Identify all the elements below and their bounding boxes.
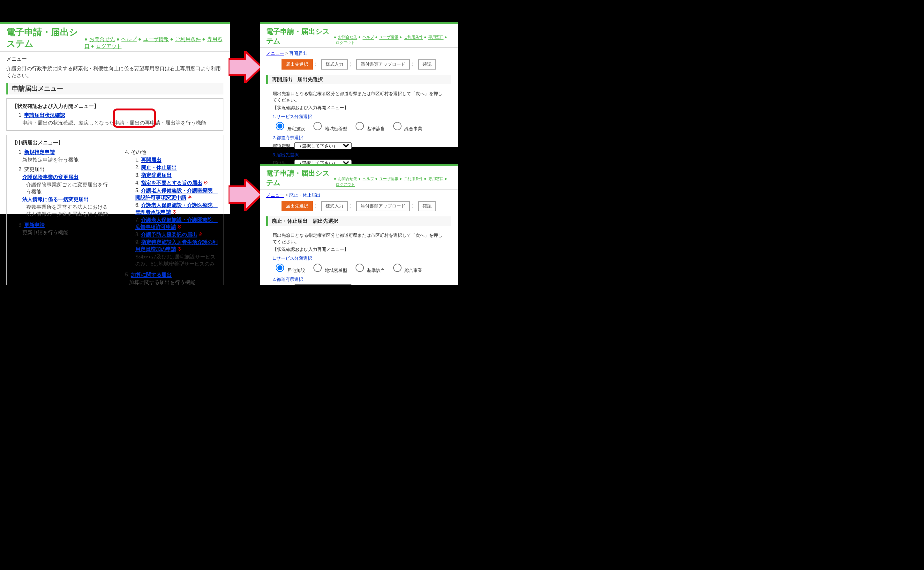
link-help[interactable]: ヘルプ bbox=[121, 37, 136, 42]
link-user[interactable]: ユーザ情報 bbox=[379, 35, 398, 39]
link-r7[interactable]: 介護老人保健施設・介護医療院 広告事項許可申請 bbox=[135, 217, 218, 230]
left-panel: 電子申請・届出システム ●お問合せ先 ●ヘルプ ●ユーザ情報 ●ご利用条件 ●専… bbox=[0, 22, 230, 214]
crumb-current: 廃止・休止届出 bbox=[289, 193, 320, 197]
radio-3[interactable]: 基準該当 bbox=[352, 268, 385, 273]
step-4: 確認 bbox=[418, 201, 436, 211]
chevron-right-icon: 〉 bbox=[349, 202, 355, 210]
crumb-current: 再開届出 bbox=[289, 51, 307, 55]
breadcrumb: メニュー > 再開届出 bbox=[260, 48, 458, 57]
link-logout[interactable]: ログアウト bbox=[336, 182, 355, 186]
breadcrumb: メニュー > 廃止・休止届出 bbox=[260, 190, 458, 199]
box-title: 【状況確認および入力再開メニュー】 bbox=[273, 247, 445, 253]
header: 電子申請・届出システム ●お問合せ先 ●ヘルプ ●ユーザ情報 ●ご利用条件 ●専… bbox=[260, 24, 458, 48]
svg-marker-1 bbox=[228, 179, 262, 211]
right-panel-discontinue: 電子申請・届出システム ●お問合せ先 ●ヘルプ ●ユーザ情報 ●ご利用条件 ●専… bbox=[260, 164, 458, 285]
chevron-right-icon: 〉 bbox=[314, 60, 320, 69]
radio-1[interactable]: 居宅施設 bbox=[273, 126, 305, 131]
arrow-top bbox=[228, 51, 262, 83]
link-renew[interactable]: 更新申請 bbox=[24, 222, 45, 228]
box1-i1-num: 1. bbox=[18, 112, 23, 118]
link-r5[interactable]: 介護老人保健施設・介護医療院 開設許可事項変更申請 bbox=[135, 188, 218, 201]
step-4: 確認 bbox=[418, 59, 436, 70]
step-1: 届出先選択 bbox=[282, 59, 313, 70]
link-window[interactable]: 専用窓口 bbox=[428, 35, 444, 39]
link-contact[interactable]: お問合せ先 bbox=[338, 177, 357, 181]
box-menu: 【申請届出メニュー】 1. 新規指定申請 新規指定申請を行う機能 2. 変更届出… bbox=[6, 135, 224, 285]
lead: 届出先窓口となる指定権者区分と都道府県または市区町村を選択して「次へ」を押してく… bbox=[273, 90, 445, 103]
link-r4[interactable]: 指定を不要とする旨の届出 bbox=[141, 180, 202, 186]
header: 電子申請・届出システム ●お問合せ先 ●ヘルプ ●ユーザ情報 ●ご利用条件 ●専… bbox=[260, 166, 458, 190]
link-change-a[interactable]: 介護保険事業の変更届出 bbox=[22, 174, 78, 180]
link-user[interactable]: ユーザ情報 bbox=[379, 177, 398, 181]
panel-title: 再開届出 届出先選択 bbox=[266, 75, 451, 84]
link-help[interactable]: ヘルプ bbox=[363, 35, 374, 39]
intro: 介護分野の行政手続に関する簡素化・利便性向上に係る要望専用窓口は右上専用窓口より… bbox=[6, 65, 224, 79]
step-bar: 届出先選択 〉 様式入力 〉 添付書類アップロード 〉 確認 bbox=[260, 57, 458, 72]
box-status: 【状況確認および入力再開メニュー】 1. 申請届出状況確認 申請・届出の状況確認… bbox=[6, 98, 224, 131]
header-links: ●お問合せ先 ●ヘルプ ●ユーザ情報 ●ご利用条件 ●専用窓口 ●ログアウト bbox=[334, 34, 451, 46]
site-title: 電子申請・届出システム bbox=[266, 27, 334, 46]
h1: 1.サービス分類選択 bbox=[273, 113, 445, 120]
radio-1[interactable]: 居宅施設 bbox=[273, 268, 305, 273]
link-contact[interactable]: お問合せ先 bbox=[89, 37, 115, 42]
box-title: 【状況確認および入力再開メニュー】 bbox=[273, 105, 445, 111]
box1-i1-desc: 申請・届出の状況確認、差戻しとなった申請・届出の再申請・届出等を行う機能 bbox=[12, 120, 218, 126]
chevron-right-icon: 〉 bbox=[411, 60, 417, 69]
header: 電子申請・届出システム ●お問合せ先 ●ヘルプ ●ユーザ情報 ●ご利用条件 ●専… bbox=[0, 24, 230, 52]
panel-title: 廃止・休止届出 届出先選択 bbox=[266, 216, 451, 226]
link-user[interactable]: ユーザ情報 bbox=[143, 37, 169, 42]
link-status-check[interactable]: 申請届出状況確認 bbox=[24, 112, 65, 118]
link-logout[interactable]: ログアウト bbox=[336, 41, 355, 45]
h3: 3.届出先選択 bbox=[273, 152, 445, 158]
link-r9[interactable]: 指定特定施設入居者生活介護の利用定員増加の申請 bbox=[135, 239, 218, 252]
radio-2[interactable]: 地域密着型 bbox=[310, 268, 347, 273]
radio-3[interactable]: 基準該当 bbox=[352, 126, 385, 131]
step-2: 様式入力 bbox=[321, 201, 348, 211]
step-3: 添付書類アップロード bbox=[356, 201, 410, 211]
box1-title: 【状況確認および入力再開メニュー】 bbox=[12, 103, 218, 110]
site-title: 電子申請・届出システム bbox=[6, 27, 84, 50]
label-change: 変更届出 bbox=[24, 167, 45, 172]
chevron-right-icon: 〉 bbox=[411, 202, 417, 210]
col-right: 4. その他 1. 再開届出 2. 廃止・休止届出 3. 指定辞退届出 4. 指… bbox=[119, 148, 218, 285]
step-2: 様式入力 bbox=[321, 59, 348, 70]
site-title: 電子申請・届出システム bbox=[266, 169, 334, 188]
chevron-right-icon: 〉 bbox=[314, 202, 320, 210]
link-terms[interactable]: ご利用条件 bbox=[175, 37, 201, 42]
link-reopen[interactable]: 再開届出 bbox=[141, 157, 161, 163]
link-decline[interactable]: 指定辞退届出 bbox=[141, 172, 172, 178]
step-bar: 届出先選択 〉 様式入力 〉 添付書類アップロード 〉 確認 bbox=[260, 199, 458, 214]
link-contact[interactable]: お問合せ先 bbox=[338, 35, 357, 39]
radio-4[interactable]: 総合事業 bbox=[390, 268, 422, 273]
step-3: 添付書類アップロード bbox=[356, 59, 410, 70]
select-pref[interactable]: （選択して下さい） bbox=[294, 142, 352, 149]
right-panel-reopen: 電子申請・届出システム ●お問合せ先 ●ヘルプ ●ユーザ情報 ●ご利用条件 ●専… bbox=[260, 22, 458, 147]
header-links: ●お問合せ先 ●ヘルプ ●ユーザ情報 ●ご利用条件 ●専用窓口 ●ログアウト bbox=[334, 176, 451, 188]
section-title: 申請届出メニュー bbox=[6, 83, 224, 95]
link-change-b[interactable]: 法人情報に係る一括変更届出 bbox=[22, 196, 89, 202]
crumb-menu[interactable]: メニュー bbox=[266, 193, 284, 197]
radio-4[interactable]: 総合事業 bbox=[390, 126, 422, 131]
label-pref: 都道府県 bbox=[273, 284, 292, 285]
link-terms[interactable]: ご利用条件 bbox=[404, 35, 423, 39]
link-help[interactable]: ヘルプ bbox=[363, 177, 374, 181]
chevron-right-icon: 〉 bbox=[349, 60, 355, 69]
radio-row: 居宅施設 地域密着型 基準該当 総合事業 bbox=[273, 120, 445, 132]
select-pref[interactable]: （選択して下さい） bbox=[294, 284, 352, 285]
link-discontinue[interactable]: 廃止・休止届出 bbox=[141, 165, 177, 170]
crumb-menu[interactable]: メニュー bbox=[266, 51, 284, 55]
link-window[interactable]: 専用窓口 bbox=[428, 177, 444, 181]
link-terms[interactable]: ご利用条件 bbox=[404, 177, 423, 181]
h2: 2.都道府県選択 bbox=[273, 276, 445, 283]
h2: 2.都道府県選択 bbox=[273, 135, 445, 141]
link-r8[interactable]: 介護予防支援委託の届出 bbox=[141, 232, 197, 238]
radio-row: 居宅施設 地域密着型 基準該当 総合事業 bbox=[273, 262, 445, 274]
radio-2[interactable]: 地域密着型 bbox=[310, 126, 347, 131]
arrow-bottom bbox=[228, 179, 262, 211]
link-addition[interactable]: 加算に関する届出 bbox=[131, 272, 172, 278]
box2-title: 【申請届出メニュー】 bbox=[12, 139, 218, 146]
link-logout[interactable]: ログアウト bbox=[96, 43, 122, 49]
label-pref: 都道府県 bbox=[273, 142, 292, 149]
svg-marker-0 bbox=[228, 51, 262, 83]
link-new-apply[interactable]: 新規指定申請 bbox=[24, 149, 55, 155]
